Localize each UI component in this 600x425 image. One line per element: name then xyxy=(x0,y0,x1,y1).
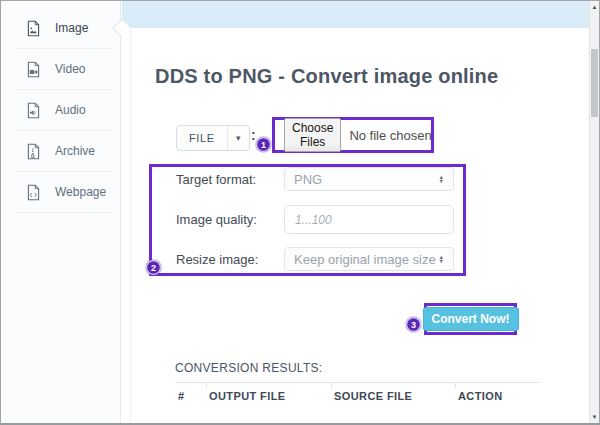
conversion-results-heading: CONVERSION RESULTS: xyxy=(175,361,323,375)
convert-now-button[interactable]: Convert Now! xyxy=(423,307,519,331)
video-file-icon xyxy=(25,61,42,78)
image-quality-input[interactable] xyxy=(284,205,454,234)
file-source-dropdown[interactable]: FILE ▾ xyxy=(176,125,250,151)
target-format-select[interactable]: PNG ▲▼ xyxy=(284,167,454,191)
resize-image-select[interactable]: Keep original image size ▲▼ xyxy=(284,247,454,271)
step-badge-3: 3 xyxy=(406,317,421,332)
image-quality-label: Image quality: xyxy=(176,212,257,227)
page-title: DDS to PNG - Convert image online xyxy=(155,65,498,88)
no-file-chosen-text: No file chosen xyxy=(349,128,431,143)
select-arrows-icon: ▲▼ xyxy=(439,175,444,184)
content-left-edge xyxy=(130,28,131,423)
sidebar-item-label: Video xyxy=(55,62,85,76)
file-source-label: FILE xyxy=(177,126,228,150)
column-header-output-file: OUTPUT FILE xyxy=(206,383,331,408)
sidebar-divider xyxy=(15,212,113,213)
caret-down-icon: ▾ xyxy=(228,126,249,150)
top-banner-band xyxy=(122,1,590,28)
scrollbar-thumb[interactable] xyxy=(591,49,598,117)
archive-file-icon xyxy=(25,143,42,160)
annotation-box-1: Choose Files No file chosen xyxy=(272,117,434,153)
category-sidebar: Image Video Audio xyxy=(1,1,121,423)
converter-window: Image Video Audio xyxy=(0,0,600,425)
scroll-up-icon[interactable]: ▲ xyxy=(590,3,599,11)
sidebar-item-archive[interactable]: Archive xyxy=(1,131,120,171)
target-format-value: PNG xyxy=(294,172,322,187)
scroll-down-icon[interactable]: ▼ xyxy=(590,413,599,421)
results-table-header: # OUTPUT FILE SOURCE FILE ACTION xyxy=(175,382,541,408)
resize-image-value: Keep original image size xyxy=(294,252,436,267)
vertical-scrollbar[interactable]: ▲ ▼ xyxy=(589,1,599,423)
sidebar-item-label: Audio xyxy=(55,103,86,117)
sidebar-item-audio[interactable]: Audio xyxy=(1,90,120,130)
sidebar-item-image[interactable]: Image xyxy=(1,8,120,48)
select-arrows-icon: ▲▼ xyxy=(439,255,444,264)
column-header-action: ACTION xyxy=(455,383,541,408)
sidebar-item-video[interactable]: Video xyxy=(1,49,120,89)
step-badge-1: 1 xyxy=(256,137,271,152)
column-header-number: # xyxy=(175,383,206,408)
image-file-icon xyxy=(25,20,42,37)
annotation-box-3: Convert Now! xyxy=(424,303,517,335)
webpage-file-icon xyxy=(25,184,42,201)
sidebar-item-webpage[interactable]: Webpage xyxy=(1,172,120,212)
sidebar-item-label: Webpage xyxy=(55,185,106,199)
step-badge-2: 2 xyxy=(146,260,161,275)
file-row-separator: : xyxy=(251,127,256,143)
sidebar-item-label: Archive xyxy=(55,144,95,158)
target-format-label: Target format: xyxy=(176,172,256,187)
audio-file-icon xyxy=(25,102,42,119)
sidebar-item-label: Image xyxy=(55,21,88,35)
resize-image-label: Resize image: xyxy=(176,252,258,267)
choose-files-button[interactable]: Choose Files xyxy=(284,118,341,152)
column-header-source-file: SOURCE FILE xyxy=(331,383,455,408)
